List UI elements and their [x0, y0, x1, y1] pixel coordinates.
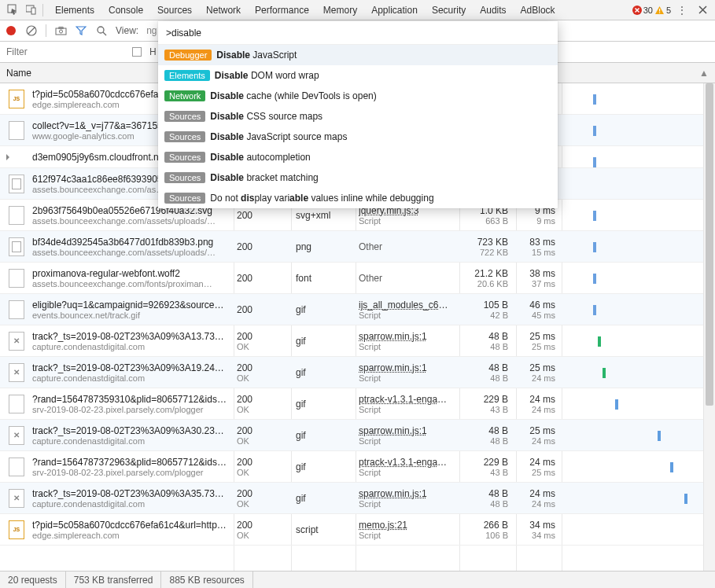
command-item[interactable]: SourcesDo not display variable values in…: [158, 188, 558, 208]
tab-memory[interactable]: Memory: [316, 0, 364, 20]
status-transferred: 753 KB transferred: [66, 571, 162, 588]
network-row[interactable]: proximanova-regular-webfont.woff2assets.…: [0, 263, 715, 294]
svg-rect-2: [31, 8, 35, 14]
record-button[interactable]: [5, 24, 17, 37]
command-item[interactable]: SourcesDisable CSS source maps: [158, 106, 558, 127]
command-item[interactable]: DebuggerDisable JavaScript: [158, 45, 558, 65]
command-item[interactable]: ElementsDisable DOM word wrap: [158, 65, 558, 86]
network-row[interactable]: eligible?uq=1&campaignid=926923&source…e…: [0, 294, 715, 325]
command-menu: >disable DebuggerDisable JavaScriptEleme…: [158, 21, 558, 208]
command-item[interactable]: SourcesDisable bracket matching: [158, 167, 558, 188]
status-resources: 885 KB resources: [161, 571, 252, 588]
command-item[interactable]: NetworkDisable cache (while DevTools is …: [158, 86, 558, 106]
tab-network[interactable]: Network: [199, 0, 248, 20]
tab-security[interactable]: Security: [425, 0, 473, 20]
tab-application[interactable]: Application: [364, 0, 425, 20]
status-requests: 20 requests: [0, 571, 66, 588]
command-item[interactable]: SourcesDisable JavaScript source maps: [158, 127, 558, 147]
command-item[interactable]: SourcesDisable autocompletion: [158, 147, 558, 167]
main-toolbar: ElementsConsoleSourcesNetworkPerformance…: [0, 0, 715, 20]
network-row[interactable]: track?_ts=2019-08-02T23%3A09%3A19.240Z…c…: [0, 357, 715, 388]
command-input[interactable]: >disable: [158, 21, 558, 45]
tab-sources[interactable]: Sources: [150, 0, 199, 20]
status-bar: 20 requests 753 KB transferred 885 KB re…: [0, 571, 715, 588]
tab-elements[interactable]: Elements: [48, 0, 101, 20]
device-icon[interactable]: [22, 1, 41, 20]
filter-icon[interactable]: [75, 24, 87, 37]
svg-line-7: [28, 28, 35, 34]
network-row[interactable]: bf34de4d392545a3b6477d01fdb839b3.pngasse…: [0, 231, 715, 263]
svg-point-10: [59, 30, 62, 33]
clear-button[interactable]: [25, 24, 38, 37]
hide-data-checkbox[interactable]: [132, 47, 142, 57]
network-row[interactable]: JSt?pid=5c058a6070cdcc676efa61c4&url=htt…: [0, 514, 715, 546]
inspect-icon[interactable]: [3, 1, 22, 20]
error-count[interactable]: 30: [632, 6, 653, 15]
svg-rect-5: [659, 12, 660, 13]
capture-screenshot-icon[interactable]: [54, 24, 67, 37]
filter-input[interactable]: [6, 46, 124, 57]
hide-label: H: [149, 46, 157, 57]
network-row[interactable]: track?_ts=2019-08-02T23%3A09%3A35.739Z…c…: [0, 483, 715, 514]
network-row[interactable]: track?_ts=2019-08-02T23%3A09%3A13.739Z…c…: [0, 325, 715, 357]
network-row[interactable]: track?_ts=2019-08-02T23%3A09%3A30.239Z…c…: [0, 420, 715, 451]
more-icon[interactable]: ⋮: [673, 1, 691, 20]
network-row[interactable]: ?rand=1564787359310&plid=80657712&idsi…s…: [0, 388, 715, 420]
svg-point-11: [98, 27, 104, 33]
tab-performance[interactable]: Performance: [248, 0, 316, 20]
close-icon[interactable]: [693, 1, 712, 20]
search-icon[interactable]: [95, 24, 108, 37]
view-label: View:: [116, 25, 138, 36]
tab-console[interactable]: Console: [101, 0, 150, 20]
scrollbar[interactable]: [703, 83, 715, 571]
svg-rect-8: [56, 28, 66, 35]
svg-line-12: [103, 32, 106, 35]
warning-count[interactable]: 5: [654, 6, 671, 15]
network-row[interactable]: ?rand=1564787372963&plid=80657712&idsi…s…: [0, 451, 715, 483]
svg-rect-4: [659, 9, 660, 12]
tab-adblock[interactable]: AdBlock: [514, 0, 562, 20]
tab-audits[interactable]: Audits: [473, 0, 513, 20]
